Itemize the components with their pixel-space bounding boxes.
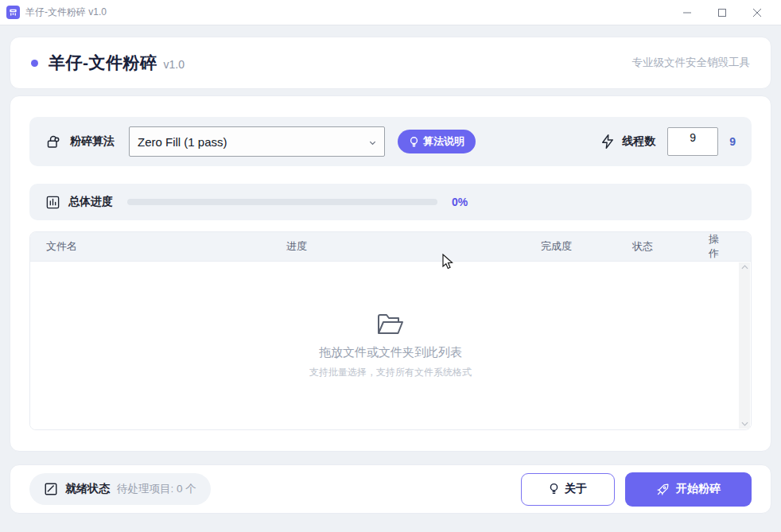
titlebar: 羊仔-文件粉碎 v1.0 <box>0 0 781 25</box>
main-panel: 粉碎算法 Zero Fill (1 pass) 算法说明 <box>10 95 771 452</box>
threads-label: 线程数 <box>622 134 655 149</box>
start-shred-label: 开始粉碎 <box>676 482 721 496</box>
bar-chart-icon <box>45 195 60 210</box>
bulb-icon <box>409 136 419 148</box>
algorithm-label: 粉碎算法 <box>70 134 115 149</box>
algorithm-selected-value: Zero Fill (1 pass) <box>138 135 227 149</box>
scroll-down-icon[interactable] <box>741 421 748 426</box>
algorithm-help-label: 算法说明 <box>423 134 464 149</box>
drop-zone-title: 拖放文件或文件夹到此列表 <box>319 345 462 360</box>
threads-input[interactable] <box>667 127 718 156</box>
algorithm-select[interactable]: Zero Fill (1 pass) <box>129 126 385 157</box>
file-table: 文件名 进度 完成度 状态 操作 拖放文件或文件夹到此列表 支持批量选择，支持所… <box>29 231 752 430</box>
threads-display-value: 9 <box>729 135 736 148</box>
vertical-scrollbar[interactable] <box>739 262 750 429</box>
column-progress: 进度 <box>286 239 541 254</box>
column-actions: 操作 <box>706 232 751 261</box>
progress-percent: 0% <box>452 196 468 208</box>
accent-dot-icon <box>31 60 38 67</box>
progress-bar-track <box>127 199 437 205</box>
lightning-icon <box>600 134 616 150</box>
algorithm-row: 粉碎算法 Zero Fill (1 pass) 算法说明 <box>29 117 752 166</box>
column-filename: 文件名 <box>30 239 286 254</box>
drop-zone-subtitle: 支持批量选择，支持所有文件系统格式 <box>309 366 472 379</box>
scroll-up-icon[interactable] <box>741 265 748 270</box>
app-shredder-icon <box>6 6 20 19</box>
close-button[interactable] <box>740 0 775 25</box>
open-folder-icon <box>375 312 406 337</box>
column-status: 状态 <box>632 239 706 254</box>
start-shred-button[interactable]: 开始粉碎 <box>625 472 752 507</box>
rocket-icon <box>656 483 670 496</box>
overall-progress-row: 总体进度 0% <box>29 184 752 220</box>
window-title: 羊仔-文件粉碎 v1.0 <box>25 6 107 19</box>
pending-count: 待处理项目: 0 个 <box>117 482 196 496</box>
about-button[interactable]: 关于 <box>521 473 615 506</box>
status-label: 就绪状态 <box>65 482 110 496</box>
app-title: 羊仔-文件粉碎 <box>49 52 157 74</box>
drop-zone[interactable]: 拖放文件或文件夹到此列表 支持批量选择，支持所有文件系统格式 <box>30 262 751 429</box>
app-tagline: 专业级文件安全销毁工具 <box>632 56 751 70</box>
bulb-icon <box>549 483 559 495</box>
chevron-down-icon <box>368 136 377 150</box>
column-completion: 完成度 <box>541 239 632 254</box>
footer-bar: 就绪状态 待处理项目: 0 个 关于 开始粉碎 <box>10 464 771 514</box>
lock-icon <box>45 134 62 150</box>
maximize-button[interactable] <box>705 0 740 25</box>
status-pill: 就绪状态 待处理项目: 0 个 <box>29 473 211 505</box>
minimize-button[interactable] <box>670 0 705 25</box>
overall-progress-label: 总体进度 <box>68 195 113 209</box>
about-label: 关于 <box>565 482 587 496</box>
algorithm-help-button[interactable]: 算法说明 <box>398 130 476 153</box>
checked-box-icon <box>44 482 58 496</box>
file-table-header: 文件名 进度 完成度 状态 操作 <box>30 232 751 262</box>
threads-group: 线程数 9 <box>600 127 736 156</box>
app-header: 羊仔-文件粉碎 v1.0 专业级文件安全销毁工具 <box>10 37 771 89</box>
app-version: v1.0 <box>164 58 185 71</box>
